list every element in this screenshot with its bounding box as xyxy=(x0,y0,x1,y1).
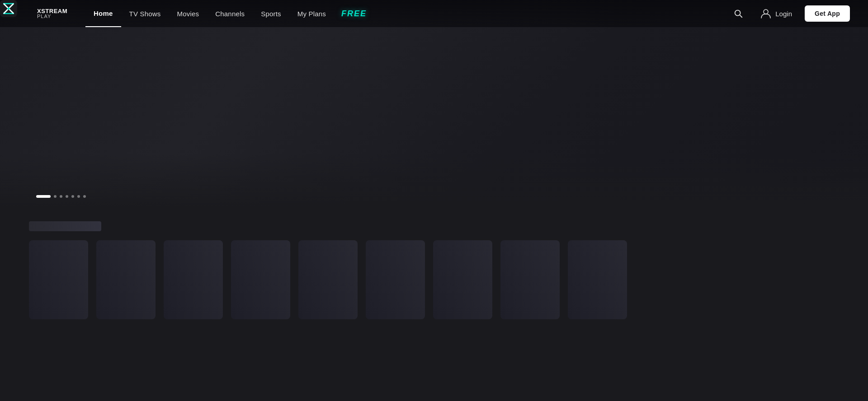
carousel-dot-4[interactable] xyxy=(71,195,74,198)
content-section xyxy=(0,221,868,319)
hero-gradient-overlay xyxy=(0,154,868,208)
login-button[interactable]: Login xyxy=(755,5,797,22)
nav-item-movies[interactable]: Movies xyxy=(169,0,208,27)
carousel-dot-6[interactable] xyxy=(83,195,86,198)
cards-row xyxy=(29,240,839,319)
card-item-4[interactable] xyxy=(231,240,290,319)
logo[interactable]: Xstream Play xyxy=(18,8,67,19)
navbar: Xstream Play Home TV Shows Movies Channe… xyxy=(0,0,868,27)
card-item-1[interactable] xyxy=(29,240,88,319)
get-app-button[interactable]: Get App xyxy=(805,5,850,22)
free-badge-label: FREE xyxy=(341,9,367,19)
user-icon xyxy=(760,8,772,19)
svg-line-3 xyxy=(740,15,742,17)
nav-item-home[interactable]: Home xyxy=(85,0,121,27)
login-label: Login xyxy=(775,10,792,18)
hero-banner xyxy=(0,0,868,208)
card-item-6[interactable] xyxy=(366,240,425,319)
carousel-dot-5[interactable] xyxy=(77,195,80,198)
card-item-3[interactable] xyxy=(164,240,223,319)
carousel-dot-1[interactable] xyxy=(54,195,57,198)
nav-item-sports[interactable]: Sports xyxy=(253,0,289,27)
nav-links: Home TV Shows Movies Channels Sports My … xyxy=(85,0,729,27)
logo-sub: Play xyxy=(37,14,67,19)
svg-point-1 xyxy=(8,8,10,10)
svg-point-4 xyxy=(764,9,768,14)
carousel-dot-0[interactable] xyxy=(36,195,51,198)
nav-right: Login Get App xyxy=(729,5,850,23)
search-button[interactable] xyxy=(729,5,747,23)
logo-text: Xstream Play xyxy=(37,8,67,19)
card-item-8[interactable] xyxy=(500,240,560,319)
card-item-7[interactable] xyxy=(433,240,492,319)
xstream-logo-icon xyxy=(0,0,17,17)
card-item-9[interactable] xyxy=(568,240,627,319)
card-item-5[interactable] xyxy=(298,240,358,319)
free-badge[interactable]: FREE xyxy=(334,0,374,27)
carousel-dots xyxy=(36,195,86,198)
section-title-skeleton xyxy=(29,221,101,231)
search-icon xyxy=(733,9,743,19)
nav-item-my-plans[interactable]: My Plans xyxy=(289,0,334,27)
card-item-2[interactable] xyxy=(96,240,156,319)
carousel-dot-2[interactable] xyxy=(60,195,62,198)
nav-item-tv-shows[interactable]: TV Shows xyxy=(121,0,169,27)
nav-item-channels[interactable]: Channels xyxy=(207,0,253,27)
carousel-dot-3[interactable] xyxy=(66,195,68,198)
